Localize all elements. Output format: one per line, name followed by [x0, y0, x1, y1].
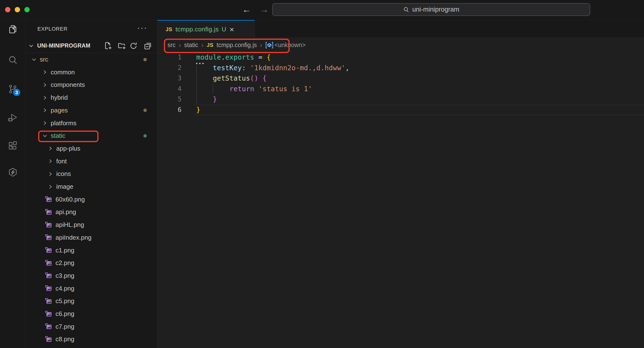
tab-tcmpp-config-js[interactable]: JS tcmpp.config.js U × [158, 20, 255, 38]
tree-item-c3-png[interactable]: c3.png [26, 269, 157, 282]
git-change-dot [144, 108, 147, 112]
tree-item-icons[interactable]: icons [26, 168, 157, 180]
image-file-icon [45, 310, 52, 318]
workspace-section-header[interactable]: UNI-MINIPROGRAM [26, 38, 157, 53]
sidebar-header: EXPLORER ··· [26, 20, 157, 38]
nav-back-button[interactable]: ← [242, 4, 251, 15]
window-zoom-button[interactable] [24, 7, 30, 12]
tree-item-image[interactable]: image [26, 180, 157, 193]
tree-item-label: src [40, 56, 48, 63]
tree-item-label: c7.png [56, 323, 74, 330]
chevron-right-icon [48, 158, 53, 164]
image-file-icon [45, 285, 52, 292]
tree-item-app-plus[interactable]: app-plus [26, 142, 157, 155]
git-status-badge: U [222, 26, 226, 33]
command-center-text: uni-miniprogram [412, 6, 459, 13]
tree-item-label: api.png [56, 208, 76, 216]
tree-item-components[interactable]: components [26, 78, 157, 91]
vscode-window: ← → uni-miniprogram 3 EXPLORER ··· UNI-M… [0, 0, 644, 348]
tree-item-apihl-png[interactable]: apiHL.png [26, 218, 157, 231]
line-number: 6 [158, 105, 182, 115]
nav-forward-button[interactable]: → [260, 4, 269, 15]
tree-item-60x60-png[interactable]: 60x60.png [26, 193, 157, 206]
tree-item-font[interactable]: font [26, 155, 157, 168]
code-line-5: 5 } [158, 94, 644, 105]
tree-item-label: 60x60.png [56, 196, 85, 203]
tree-item-c8-png[interactable]: c8.png [26, 333, 157, 346]
search-icon [403, 6, 410, 13]
hexagon-lightning-icon [7, 167, 18, 178]
title-bar: ← → uni-miniprogram [0, 0, 644, 20]
tree-item-apiindex-png[interactable]: apiIndex.png [26, 231, 157, 244]
editor-group[interactable]: JS tcmpp.config.js U × src › static › JS… [158, 20, 644, 348]
new-folder-icon[interactable] [118, 42, 126, 50]
tab-label: tcmpp.config.js [176, 26, 219, 33]
command-center-search[interactable]: uni-miniprogram [272, 3, 590, 16]
tree-item-label: c5.png [56, 297, 74, 305]
tree-item-c2-png[interactable]: c2.png [26, 256, 157, 269]
tree-item-common[interactable]: common [26, 66, 157, 79]
code-line-6: 6} [158, 105, 644, 115]
line-number: 3 [158, 73, 182, 84]
source-control-badge: 3 [13, 89, 20, 96]
annotation-box-static [38, 130, 98, 142]
image-file-icon [45, 336, 52, 343]
activity-item-run-debug[interactable] [7, 112, 18, 123]
image-file-icon [45, 323, 52, 330]
annotation-box-breadcrumb [164, 38, 290, 53]
search-icon [7, 55, 18, 66]
tree-item-label: icons [56, 170, 71, 178]
code-line-3: 3 getStatus() { [158, 73, 644, 84]
image-file-icon [45, 196, 52, 203]
collapse-all-icon[interactable] [144, 42, 152, 50]
new-file-icon[interactable] [104, 42, 112, 50]
tree-item-c4-png[interactable]: c4.png [26, 282, 157, 295]
tree-item-api-png[interactable]: api.png [26, 206, 157, 218]
chevron-right-icon [42, 82, 48, 88]
activity-bar: 3 [0, 20, 26, 348]
activity-item-explorer[interactable] [7, 24, 18, 35]
tree-item-pages[interactable]: pages [26, 104, 157, 117]
explorer-sidebar: EXPLORER ··· UNI-MINIPROGRAM [26, 20, 158, 348]
extensions-icon [7, 140, 18, 151]
line-number: 2 [158, 63, 182, 73]
chevron-down-icon [31, 57, 37, 62]
tree-item-label: image [56, 183, 74, 190]
window-close-button[interactable] [5, 7, 10, 12]
activity-item-project-box[interactable] [7, 167, 18, 178]
tree-item-label: apiIndex.png [56, 234, 92, 241]
tree-item-c7-png[interactable]: c7.png [26, 320, 157, 333]
image-file-icon [45, 208, 52, 216]
activity-item-extensions[interactable] [7, 140, 18, 151]
tree-item-label: apiHL.png [56, 221, 84, 228]
tree-item-src[interactable]: src [26, 53, 157, 66]
close-icon[interactable]: × [230, 26, 234, 33]
tree-item-hybrid[interactable]: hybrid [26, 91, 157, 104]
tree-item-label: app-plus [56, 145, 80, 152]
image-file-icon [45, 260, 52, 267]
tree-item-label: pages [51, 107, 68, 114]
chevron-right-icon [42, 95, 48, 101]
files-icon [7, 24, 18, 35]
activity-item-source-control[interactable]: 3 [7, 84, 18, 94]
chevron-down-icon [28, 43, 34, 49]
tree-item-label: components [51, 81, 85, 88]
chevron-right-icon [48, 146, 53, 151]
file-tree: srccommoncomponentshybridpagesplatformss… [26, 53, 157, 348]
window-minimize-button[interactable] [15, 7, 20, 12]
refresh-icon[interactable] [130, 42, 138, 50]
debug-icon [7, 112, 18, 123]
tree-item-platforms[interactable]: platforms [26, 117, 157, 130]
code-line-2: 2 testKey: '1kdmidnn2o-md.,d.hdww', [158, 63, 644, 73]
tab-bar: JS tcmpp.config.js U × [158, 20, 644, 38]
activity-item-search[interactable] [7, 55, 18, 66]
line-number: 1 [158, 52, 182, 63]
tree-item-c1-png[interactable]: c1.png [26, 244, 157, 257]
chevron-right-icon [48, 171, 53, 177]
chevron-right-icon [48, 184, 53, 190]
tree-item-c6-png[interactable]: c6.png [26, 308, 157, 320]
tree-item-label: c2.png [56, 259, 74, 267]
tree-item-c5-png[interactable]: c5.png [26, 295, 157, 308]
more-actions-icon[interactable]: ··· [137, 23, 148, 32]
code-editor[interactable]: 1module.exports = {2 testKey: '1kdmidnn2… [158, 52, 644, 348]
